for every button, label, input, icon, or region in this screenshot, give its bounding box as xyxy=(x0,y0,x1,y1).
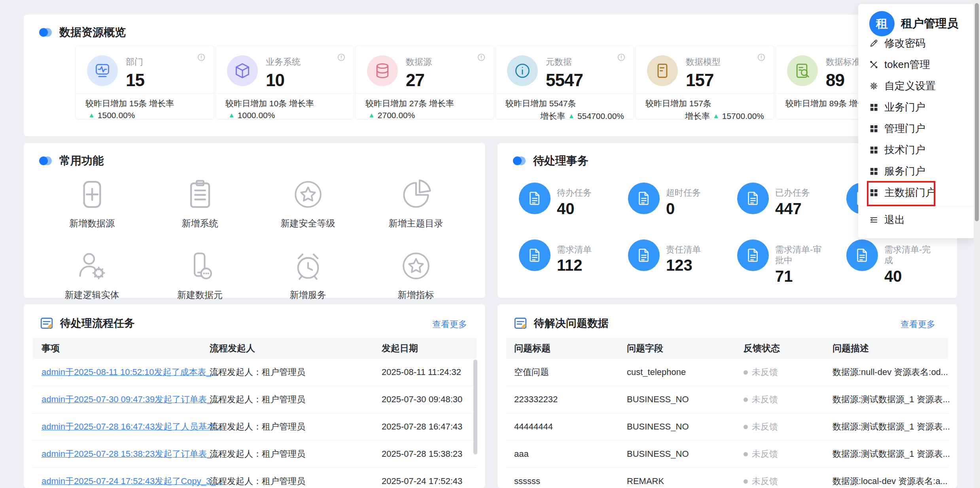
transactions-header: 待处理事务 xyxy=(512,153,588,168)
page-scrollbar-track[interactable] xyxy=(974,0,980,488)
stat-label: 数据模型 xyxy=(686,56,721,68)
transactions-title: 待处理事务 xyxy=(533,153,588,168)
menu-item-custom-settings[interactable]: 自定义设置 xyxy=(858,75,975,96)
transaction-item[interactable]: 待办任务40 xyxy=(519,183,628,218)
function-item[interactable]: 新增数据源 xyxy=(38,178,146,230)
menu-item-token-manage[interactable]: token管理 xyxy=(858,54,975,75)
transaction-item[interactable]: 需求清单-完成40 xyxy=(846,239,955,285)
transaction-item[interactable]: 已办任务447 xyxy=(737,183,846,218)
overview-header: 数据资源概览 xyxy=(38,25,126,40)
info-icon[interactable] xyxy=(477,53,486,62)
transaction-item[interactable]: 需求清单112 xyxy=(519,239,628,285)
stat-value: 157 xyxy=(686,70,721,90)
issue-title: 223332232 xyxy=(514,394,627,405)
transaction-item[interactable]: 超时任务0 xyxy=(628,183,737,218)
function-item[interactable]: 新建数据元 xyxy=(146,249,254,301)
function-item[interactable]: 新建逻辑实体 xyxy=(38,249,146,301)
issues-more-link[interactable]: 查看更多 xyxy=(901,318,935,330)
user-gear-icon xyxy=(76,249,109,283)
transaction-value: 123 xyxy=(666,256,701,274)
function-item[interactable]: 新增系统 xyxy=(146,178,254,230)
stat-main: 数据模型157 xyxy=(686,56,721,90)
process-tasks-more-link[interactable]: 查看更多 xyxy=(432,318,467,330)
pencil-icon xyxy=(869,39,878,48)
transaction-value: 40 xyxy=(884,268,935,285)
task-link[interactable]: admin于2025-07-30 09:47:39发起了订单表_... xyxy=(42,394,219,404)
user-name: 租户管理员 xyxy=(901,16,958,32)
footer-text: 较昨日增加 15条 增长率 xyxy=(85,98,174,109)
footer-text: 较昨日增加 10条 增长率 xyxy=(225,98,314,109)
info-icon[interactable] xyxy=(197,53,206,62)
task-link[interactable]: admin于2025-07-28 15:38:23发起了订单表_... xyxy=(42,449,219,459)
stat-footer: 较昨日增加 10条 增长率▲1000.00% xyxy=(216,93,354,119)
function-item[interactable]: 新增服务 xyxy=(254,249,362,301)
menu-item-logout[interactable]: 退出 xyxy=(858,209,975,230)
menu-item-master-data-portal[interactable]: 主数据门户 xyxy=(858,182,975,203)
function-item[interactable]: 新建安全等级 xyxy=(254,178,362,230)
task-date: 2025-07-24 17:52:43 xyxy=(382,476,477,486)
transaction-item[interactable]: 责任清单123 xyxy=(628,239,737,285)
menu-item-service-portal[interactable]: 服务门户 xyxy=(858,160,975,182)
status-dot-icon xyxy=(744,398,748,402)
status-text: 未反馈 xyxy=(752,475,778,487)
issue-title: aaa xyxy=(514,449,627,459)
grid-icon xyxy=(869,145,878,155)
transaction-main: 责任清单123 xyxy=(666,239,701,275)
issue-status: 未反馈 xyxy=(744,421,832,433)
functions-title: 常用功能 xyxy=(59,153,104,168)
task-date: 2025-07-30 09:48:30 xyxy=(382,394,477,405)
alarm-clock-icon xyxy=(291,249,325,283)
stat-footer: 较昨日增加 15条 增长率▲1500.00% xyxy=(76,93,214,119)
functions-header: 常用功能 xyxy=(38,153,104,168)
menu-item-business-portal[interactable]: 业务门户 xyxy=(858,96,975,118)
task-link[interactable]: admin于2025-07-28 16:47:43发起了人员基本... xyxy=(42,422,223,431)
menu-item-tech-portal[interactable]: 技术门户 xyxy=(858,139,975,160)
page-scrollbar-thumb[interactable] xyxy=(975,3,979,221)
menu-item-label: 管理门户 xyxy=(884,122,925,136)
status-dot-icon xyxy=(744,479,748,484)
issues-table: 问题标题 问题字段 反馈状态 问题描述 空值问题cust_telephone未反… xyxy=(506,338,948,488)
stat-card: 部门15较昨日增加 15条 增长率▲1500.00% xyxy=(76,45,214,119)
column-header: 流程发起人 xyxy=(210,342,382,354)
issue-description: 数据源:null-dev 资源表名:od... xyxy=(832,366,948,378)
dashboard-page: 数据资源概览 部门15较昨日增加 15条 增长率▲1500.00%业务系统10较… xyxy=(0,0,980,488)
issue-field: BUSINESS_NO xyxy=(627,394,744,405)
transaction-value: 447 xyxy=(775,200,810,218)
table-scrollbar[interactable] xyxy=(473,360,477,454)
footer-rate: 增长率▲554700.00% xyxy=(540,111,624,122)
transaction-item[interactable]: 需求清单-审批中71 xyxy=(737,239,846,285)
function-item[interactable]: 新增主题目录 xyxy=(362,178,470,230)
issue-field: BUSINESS_NO xyxy=(627,449,744,459)
stat-main: 数据标准89 xyxy=(826,56,861,90)
menu-divider xyxy=(858,206,975,206)
info-icon[interactable] xyxy=(337,53,346,62)
table-row: 223332232BUSINESS_NO未反馈数据源:测试数据源_1 资源表..… xyxy=(506,386,948,413)
issues-title: 待解决问题数据 xyxy=(534,316,609,330)
document-circle-icon xyxy=(737,183,769,214)
function-item[interactable]: 新增指标 xyxy=(362,249,470,301)
user-dropdown-menu: 租 租户管理员 修改密码token管理自定义设置业务门户管理门户技术门户服务门户… xyxy=(858,4,975,238)
pending-process-tasks-panel: 待处理流程任务 查看更多 事项 流程发起人 发起日期 admin于2025-08… xyxy=(24,304,485,488)
function-label: 新增数据源 xyxy=(69,217,115,230)
menu-items-list: 修改密码token管理自定义设置业务门户管理门户技术门户服务门户主数据门户退出 xyxy=(858,32,975,230)
stat-label: 元数据 xyxy=(546,56,583,68)
transaction-main: 已办任务447 xyxy=(775,183,810,218)
task-link[interactable]: admin于2025-07-24 17:52:43发起了Copy_3_... xyxy=(42,476,223,486)
common-functions-panel: 常用功能 新增数据源新增系统新建安全等级新增主题目录新建逻辑实体新建数据元新增服… xyxy=(24,143,485,298)
menu-item-admin-portal[interactable]: 管理门户 xyxy=(858,118,975,139)
menu-item-change-password[interactable]: 修改密码 xyxy=(858,32,975,54)
issue-status: 未反馈 xyxy=(744,475,832,487)
table-row: admin于2025-08-11 10:52:10发起了成本表_...流程发起人… xyxy=(32,359,477,386)
info-icon[interactable] xyxy=(757,53,766,62)
stat-cards-row: 部门15较昨日增加 15条 增长率▲1500.00%业务系统10较昨日增加 10… xyxy=(76,45,914,119)
column-header: 问题字段 xyxy=(627,342,744,354)
transaction-main: 待办任务40 xyxy=(557,183,592,218)
transaction-value: 40 xyxy=(557,200,592,218)
stat-label: 数据标准 xyxy=(826,56,861,68)
section-toggle-icon xyxy=(512,155,528,167)
issue-description: 数据源:测试数据源_1 资源表... xyxy=(832,394,950,405)
menu-item-label: token管理 xyxy=(884,58,930,72)
issues-header: 待解决问题数据 xyxy=(513,316,609,330)
info-icon[interactable] xyxy=(617,53,626,62)
task-link[interactable]: admin于2025-08-11 10:52:10发起了成本表_... xyxy=(42,367,218,377)
